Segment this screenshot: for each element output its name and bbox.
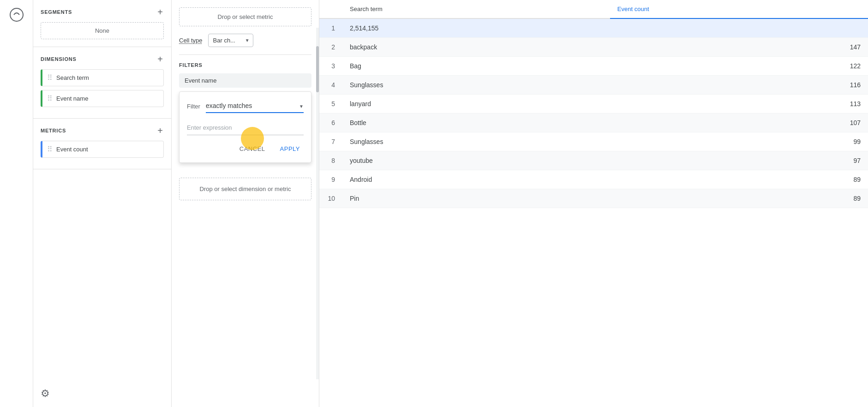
cell-name: youtube xyxy=(342,151,610,170)
cell-count xyxy=(610,18,868,38)
sidebar-bottom: ⚙ xyxy=(33,380,171,407)
cell-name: backpack xyxy=(342,38,610,57)
dimensions-section: DIMENSIONS + ⠿ Search term ⠿ Event name xyxy=(33,47,171,119)
drag-handle-icon: ⠿ xyxy=(47,73,53,82)
cell-count: 116 xyxy=(610,76,868,95)
cancel-button[interactable]: CANCEL xyxy=(236,143,269,155)
table-row: 7Sunglasses99 xyxy=(319,132,868,151)
table-row: 5lanyard113 xyxy=(319,95,868,114)
scrollbar-track[interactable] xyxy=(316,28,319,379)
add-dimension-button[interactable]: + xyxy=(156,54,164,64)
cell-name: Sunglasses xyxy=(342,76,610,95)
col-header-search-term[interactable]: Search term xyxy=(342,0,610,18)
dimension-label-search-term: Search term xyxy=(56,74,89,81)
cell-count: 89 xyxy=(610,189,868,208)
cell-name: 2,514,155 xyxy=(342,18,610,38)
table-header-row: Search term Event count xyxy=(319,0,868,18)
filter-chip[interactable]: Event name xyxy=(179,73,311,88)
data-table: Search term Event count 12,514,1552backp… xyxy=(319,0,868,208)
table-row: 6Bottle107 xyxy=(319,114,868,132)
cell-count: 113 xyxy=(610,95,868,114)
metric-item-event-count[interactable]: ⠿ Event count xyxy=(41,141,164,158)
filters-section: FILTERS Event name Filter exactly matche… xyxy=(179,62,311,170)
drag-handle-icon: ⠿ xyxy=(47,94,53,103)
sidebar: SEGMENTS + None DIMENSIONS + ⠿ Search te… xyxy=(33,0,172,407)
center-panel: Drop or select metric Cell type Bar ch..… xyxy=(172,0,319,407)
dimensions-header: DIMENSIONS + xyxy=(41,54,164,64)
cell-type-label: Cell type xyxy=(179,37,203,44)
table-row: 8youtube97 xyxy=(319,151,868,170)
table-row: 10Pin89 xyxy=(319,189,868,208)
dimension-label-event-name: Event name xyxy=(56,95,88,102)
apply-button[interactable]: APPLY xyxy=(276,143,304,155)
table-row: 12,514,155 xyxy=(319,18,868,38)
filters-title: FILTERS xyxy=(179,62,311,68)
cell-name: Sunglasses xyxy=(342,132,610,151)
dimensions-title: DIMENSIONS xyxy=(41,56,77,62)
filter-condition-select[interactable]: exactly matches contains starts with end… xyxy=(206,99,304,113)
cell-rank: 9 xyxy=(319,170,342,189)
cell-count: 97 xyxy=(610,151,868,170)
metrics-header: METRICS + xyxy=(41,126,164,135)
cell-count: 89 xyxy=(610,170,868,189)
expression-container xyxy=(187,120,304,143)
table-row: 2backpack147 xyxy=(319,38,868,57)
cell-count: 99 xyxy=(610,132,868,151)
filter-actions: CANCEL APPLY xyxy=(187,143,304,155)
filter-expression-input[interactable] xyxy=(187,120,304,135)
table-row: 3Bag122 xyxy=(319,57,868,76)
cell-rank: 2 xyxy=(319,38,342,57)
col-header-rank[interactable] xyxy=(319,0,342,18)
segments-section: SEGMENTS + None xyxy=(33,0,171,47)
add-segment-button[interactable]: + xyxy=(156,7,164,17)
filter-popup: Filter exactly matches contains starts w… xyxy=(179,91,311,163)
left-nav xyxy=(0,0,33,407)
segments-title: SEGMENTS xyxy=(41,9,72,15)
col-header-event-count[interactable]: Event count xyxy=(610,0,868,18)
table-row: 9Android89 xyxy=(319,170,868,189)
svg-point-0 xyxy=(10,8,23,21)
cell-type-row: Cell type Bar ch... Line chart Scatter T… xyxy=(179,34,311,47)
dimension-item-event-name[interactable]: ⠿ Event name xyxy=(41,90,164,107)
cell-rank: 3 xyxy=(319,57,342,76)
cell-name: Bottle xyxy=(342,114,610,132)
filter-select-wrapper[interactable]: exactly matches contains starts with end… xyxy=(206,99,304,113)
cell-name: Android xyxy=(342,170,610,189)
cell-name: lanyard xyxy=(342,95,610,114)
cell-rank: 10 xyxy=(319,189,342,208)
cell-name: Bag xyxy=(342,57,610,76)
cell-type-wrapper[interactable]: Bar ch... Line chart Scatter Table xyxy=(208,34,253,47)
table-body: 12,514,1552backpack1473Bag1224Sunglasses… xyxy=(319,18,868,208)
cell-count: 107 xyxy=(610,114,868,132)
drop-dimension-box[interactable]: Drop or select dimension or metric xyxy=(179,178,311,200)
scrollbar-thumb[interactable] xyxy=(316,46,319,92)
drop-metric-box[interactable]: Drop or select metric xyxy=(179,7,311,26)
cell-rank: 8 xyxy=(319,151,342,170)
filter-dropdown-row: Filter exactly matches contains starts w… xyxy=(187,99,304,113)
add-metric-button[interactable]: + xyxy=(156,126,164,135)
cell-count: 122 xyxy=(610,57,868,76)
cell-type-select[interactable]: Bar ch... Line chart Scatter Table xyxy=(208,34,253,47)
cell-rank: 5 xyxy=(319,95,342,114)
cell-rank: 7 xyxy=(319,132,342,151)
cell-name: Pin xyxy=(342,189,610,208)
cell-count: 147 xyxy=(610,38,868,57)
cell-rank: 4 xyxy=(319,76,342,95)
metrics-title: METRICS xyxy=(41,128,66,133)
segment-none: None xyxy=(41,22,164,39)
dimension-item-search-term[interactable]: ⠿ Search term xyxy=(41,69,164,86)
app-logo-icon xyxy=(7,6,26,24)
settings-icon[interactable]: ⚙ xyxy=(41,388,50,399)
segments-header: SEGMENTS + xyxy=(41,7,164,17)
filter-label: Filter xyxy=(187,103,200,110)
table-row: 4Sunglasses116 xyxy=(319,76,868,95)
drag-handle-icon: ⠿ xyxy=(47,145,53,154)
data-table-panel: Search term Event count 12,514,1552backp… xyxy=(319,0,868,407)
metric-label-event-count: Event count xyxy=(56,146,88,153)
metrics-section: METRICS + ⠿ Event count xyxy=(33,119,171,169)
cell-rank: 6 xyxy=(319,114,342,132)
cell-rank: 1 xyxy=(319,18,342,38)
